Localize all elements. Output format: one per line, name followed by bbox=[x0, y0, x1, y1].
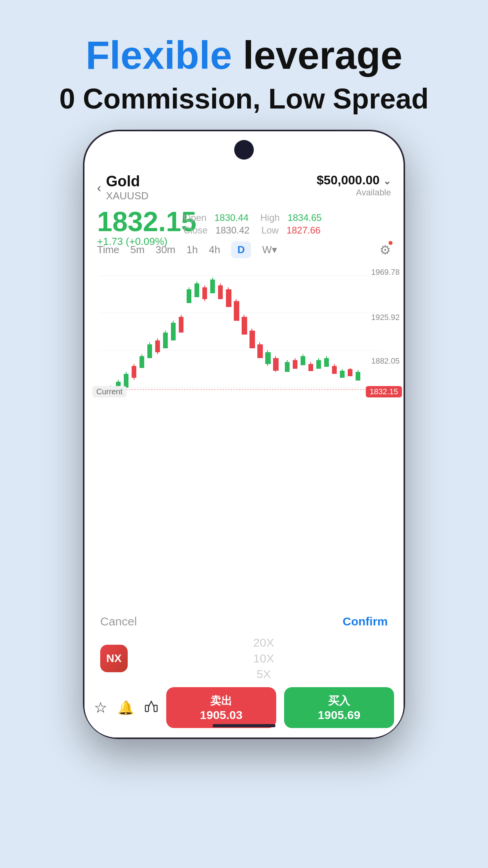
svg-rect-70 bbox=[154, 705, 157, 712]
header-area: Flexible leverage 0 Commission, Low Spre… bbox=[0, 0, 488, 131]
power-button bbox=[404, 248, 405, 287]
sell-price: 1905.03 bbox=[170, 708, 272, 722]
svg-rect-29 bbox=[202, 287, 207, 299]
svg-rect-49 bbox=[285, 362, 290, 372]
sell-button[interactable]: 卖出 1905.03 bbox=[166, 687, 276, 728]
svg-rect-47 bbox=[273, 358, 279, 371]
chart-level-high: 1969.78 bbox=[371, 268, 400, 277]
svg-rect-55 bbox=[308, 364, 313, 371]
asset-symbol: XAUUSD bbox=[106, 190, 149, 202]
svg-rect-41 bbox=[250, 331, 255, 348]
chart-area: 1969.78 1925.92 1882.05 bbox=[84, 264, 404, 413]
sell-label: 卖出 bbox=[170, 693, 272, 708]
phone-home-indicator bbox=[213, 724, 275, 727]
high-value: 1834.65 bbox=[288, 212, 322, 223]
volume-up-button bbox=[83, 232, 84, 259]
open-value: 1830.44 bbox=[215, 212, 249, 223]
svg-rect-9 bbox=[124, 374, 128, 388]
buy-button[interactable]: 买入 1905.69 bbox=[284, 687, 394, 728]
nx-badge: NX bbox=[100, 645, 128, 672]
bottom-bar: ☆ 🔔 卖出 1905.03 bbox=[84, 682, 404, 737]
buy-label: 买入 bbox=[288, 693, 390, 708]
current-label: Current bbox=[92, 386, 127, 397]
svg-rect-65 bbox=[348, 369, 352, 376]
camera-notch bbox=[234, 140, 254, 160]
svg-rect-61 bbox=[332, 366, 337, 374]
header-title-blue: Flexible bbox=[86, 33, 232, 77]
star-icon[interactable]: ☆ bbox=[94, 699, 107, 716]
svg-rect-67 bbox=[356, 372, 360, 381]
tab-w[interactable]: W▾ bbox=[262, 244, 277, 256]
svg-rect-31 bbox=[210, 280, 215, 293]
header-subtitle: 0 Commission, Low Spread bbox=[24, 83, 464, 115]
svg-rect-43 bbox=[257, 344, 263, 358]
asset-name: Gold bbox=[106, 173, 149, 190]
app-header-right[interactable]: $50,000.00 ⌄ Available bbox=[317, 173, 391, 198]
svg-rect-45 bbox=[265, 352, 271, 364]
phone-screen: ‹ Gold XAUUSD $50,000.00 ⌄ Available 183 bbox=[84, 165, 404, 737]
svg-rect-27 bbox=[194, 283, 199, 297]
app-header: ‹ Gold XAUUSD $50,000.00 ⌄ Available bbox=[84, 165, 404, 206]
tab-1h[interactable]: 1h bbox=[187, 244, 198, 256]
svg-rect-39 bbox=[242, 317, 247, 335]
candlestick-chart bbox=[84, 264, 404, 413]
svg-rect-63 bbox=[340, 371, 345, 378]
header-title-black: leverage bbox=[232, 33, 402, 77]
svg-rect-19 bbox=[163, 333, 168, 348]
header-title: Flexible leverage bbox=[24, 31, 464, 79]
balance-amount: $50,000.00 ⌄ bbox=[317, 173, 391, 188]
tab-5m[interactable]: 5m bbox=[130, 244, 145, 256]
tab-time[interactable]: Time bbox=[97, 244, 119, 256]
cancel-button[interactable]: Cancel bbox=[100, 615, 137, 628]
svg-rect-59 bbox=[324, 358, 329, 367]
volume-down-button bbox=[83, 267, 84, 295]
chart-level-low: 1882.05 bbox=[371, 357, 400, 366]
chart-level-mid: 1925.92 bbox=[371, 313, 400, 322]
svg-rect-21 bbox=[171, 323, 176, 340]
svg-rect-25 bbox=[187, 289, 191, 303]
action-icons: ☆ 🔔 bbox=[94, 699, 158, 716]
balance-label: Available bbox=[317, 188, 391, 198]
leverage-picker: NX 20X 10X 5X bbox=[84, 632, 404, 685]
phone-frame: ‹ Gold XAUUSD $50,000.00 ⌄ Available 183 bbox=[83, 130, 405, 739]
leverage-options: 20X 10X 5X bbox=[139, 636, 388, 681]
tab-30m[interactable]: 30m bbox=[156, 244, 176, 256]
svg-rect-23 bbox=[179, 317, 183, 333]
svg-rect-15 bbox=[147, 344, 152, 358]
lev-20x[interactable]: 20X bbox=[253, 636, 274, 649]
close-label: Close bbox=[183, 225, 207, 236]
lev-10x[interactable]: 10X bbox=[253, 652, 274, 665]
svg-rect-51 bbox=[293, 360, 297, 369]
svg-rect-69 bbox=[145, 705, 149, 712]
phone-mockup: ‹ Gold XAUUSD $50,000.00 ⌄ Available 183 bbox=[83, 130, 405, 739]
asset-info: Gold XAUUSD bbox=[106, 173, 149, 202]
settings-icon[interactable]: ⚙ bbox=[380, 243, 391, 257]
bell-icon[interactable]: 🔔 bbox=[117, 700, 134, 715]
low-label: Low bbox=[261, 225, 279, 236]
back-button[interactable]: ‹ bbox=[97, 180, 101, 195]
open-label: Open bbox=[183, 212, 207, 223]
high-label: High bbox=[260, 212, 279, 223]
lev-5x[interactable]: 5X bbox=[257, 668, 271, 681]
svg-rect-17 bbox=[155, 340, 160, 352]
svg-rect-13 bbox=[139, 356, 144, 368]
svg-rect-33 bbox=[218, 285, 223, 299]
svg-rect-53 bbox=[301, 356, 305, 365]
leverage-sheet: Cancel Confirm NX 20X 10X 5X 1X 1X bbox=[84, 604, 404, 737]
tab-d[interactable]: D bbox=[231, 241, 251, 258]
share-icon[interactable] bbox=[144, 699, 158, 716]
sheet-header: Cancel Confirm bbox=[84, 604, 404, 632]
current-price-tag: 1832.15 bbox=[366, 386, 402, 397]
svg-rect-11 bbox=[132, 366, 136, 378]
buy-price: 1905.69 bbox=[288, 708, 390, 722]
tab-4h[interactable]: 4h bbox=[209, 244, 220, 256]
svg-rect-37 bbox=[234, 301, 239, 321]
low-value: 1827.66 bbox=[286, 225, 321, 236]
svg-rect-35 bbox=[226, 289, 231, 307]
app-header-left: ‹ Gold XAUUSD bbox=[97, 173, 149, 202]
confirm-button[interactable]: Confirm bbox=[343, 615, 388, 628]
close-value: 1830.42 bbox=[215, 225, 250, 236]
svg-rect-57 bbox=[316, 360, 321, 369]
